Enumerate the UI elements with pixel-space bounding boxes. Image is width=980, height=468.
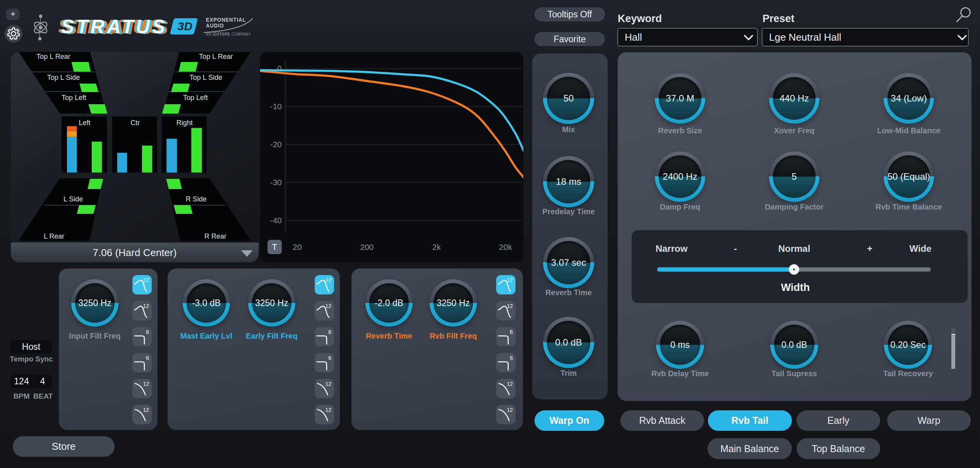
svg-text:-20: -20 — [270, 140, 282, 149]
svg-text:12: 12 — [325, 277, 331, 283]
svg-text:12: 12 — [507, 303, 513, 309]
svg-text:2k: 2k — [432, 243, 441, 251]
svg-text:12: 12 — [507, 381, 513, 387]
svg-text:L Rear: L Rear — [44, 232, 64, 240]
svg-text:Top L Rear: Top L Rear — [199, 53, 233, 60]
svg-text:20: 20 — [293, 243, 302, 251]
svg-text:12: 12 — [507, 277, 513, 283]
svg-text:12: 12 — [143, 277, 149, 283]
svg-text:12: 12 — [143, 407, 149, 413]
svg-text:12: 12 — [143, 303, 149, 309]
svg-text:Top L Side: Top L Side — [190, 74, 222, 81]
svg-text:-40: -40 — [270, 216, 282, 225]
svg-text:20k: 20k — [499, 243, 512, 251]
svg-text:Top L Rear: Top L Rear — [36, 53, 70, 60]
svg-text:-10: -10 — [270, 102, 282, 111]
svg-text:Top Left: Top Left — [183, 94, 208, 102]
svg-text:12: 12 — [507, 407, 513, 413]
svg-text:12: 12 — [325, 303, 331, 309]
svg-text:R Rear: R Rear — [204, 232, 226, 240]
svg-text:Ctr: Ctr — [130, 119, 140, 127]
svg-text:6: 6 — [146, 355, 149, 361]
svg-text:12: 12 — [325, 381, 331, 387]
svg-text:Left: Left — [79, 119, 90, 127]
svg-text:0: 0 — [277, 64, 282, 73]
svg-text:Right: Right — [176, 119, 193, 127]
svg-text:R Side: R Side — [186, 195, 207, 203]
svg-text:6: 6 — [328, 355, 331, 361]
svg-text:6: 6 — [510, 329, 513, 335]
svg-text:Top L Side: Top L Side — [47, 74, 80, 81]
svg-text:-30: -30 — [270, 178, 282, 187]
svg-text:T: T — [272, 242, 277, 252]
svg-text:6: 6 — [510, 355, 513, 361]
svg-text:12: 12 — [325, 407, 331, 413]
svg-text:7.06 (Hard Center): 7.06 (Hard Center) — [93, 247, 177, 258]
svg-text:200: 200 — [360, 243, 373, 251]
svg-text:L Side: L Side — [63, 195, 83, 203]
svg-text:Top Left: Top Left — [62, 94, 86, 102]
svg-text:12: 12 — [143, 381, 149, 387]
